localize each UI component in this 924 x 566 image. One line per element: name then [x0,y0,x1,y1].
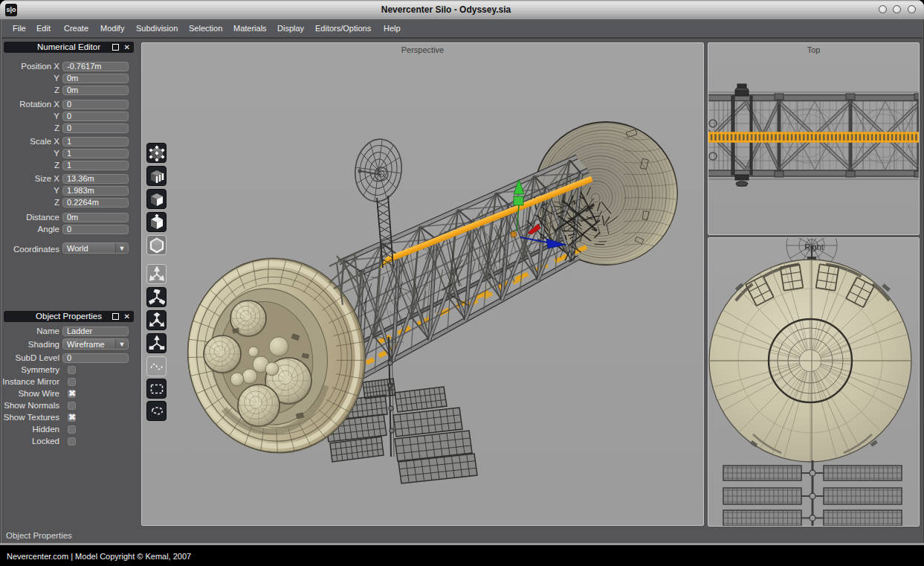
svg-text:Right: Right [804,242,824,251]
